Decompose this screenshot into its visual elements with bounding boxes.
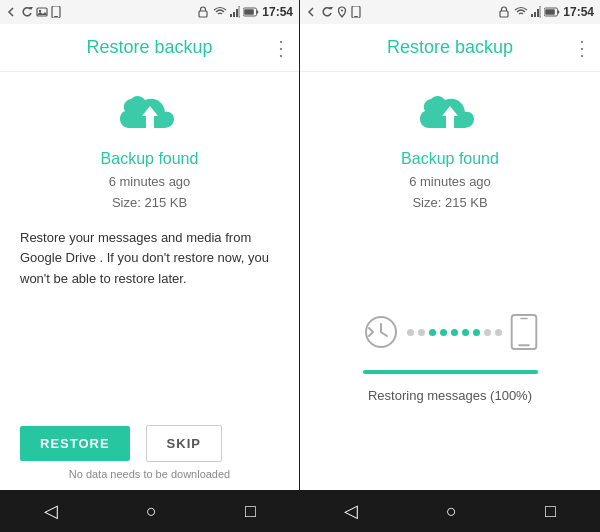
home-nav-left[interactable]: ○ bbox=[146, 501, 157, 522]
cloud-upload-icon bbox=[120, 92, 180, 142]
phone-status-icon bbox=[51, 6, 61, 18]
svg-rect-30 bbox=[520, 318, 528, 319]
svg-rect-25 bbox=[545, 9, 555, 15]
status-icons-right bbox=[306, 6, 361, 18]
progress-dot bbox=[473, 329, 480, 336]
svg-rect-8 bbox=[236, 9, 238, 17]
signal-icon-r bbox=[531, 6, 541, 18]
left-screen: 17:54 Restore backup ⋮ Backup found 6 mi… bbox=[0, 0, 300, 490]
svg-rect-22 bbox=[540, 6, 541, 17]
refresh-icon-status-r bbox=[321, 6, 333, 18]
right-screen: 17:54 Restore backup ⋮ Backup found 6 mi… bbox=[300, 0, 600, 490]
time-display-right: 17:54 bbox=[563, 5, 594, 19]
restoring-text: Restoring messages (100%) bbox=[368, 388, 532, 403]
history-icon bbox=[363, 314, 399, 350]
backup-time-left: 6 minutes ago bbox=[109, 172, 191, 193]
back-icon-status bbox=[6, 6, 18, 18]
svg-rect-29 bbox=[518, 345, 529, 347]
progress-bar-container bbox=[363, 370, 538, 374]
progress-dot bbox=[495, 329, 502, 336]
svg-rect-17 bbox=[354, 16, 358, 17]
progress-dot bbox=[451, 329, 458, 336]
backup-size-right: Size: 215 KB bbox=[409, 193, 491, 214]
location-icon-status-r bbox=[336, 6, 348, 18]
phone-status-icon-r bbox=[351, 6, 361, 18]
status-time-right: 17:54 bbox=[497, 5, 594, 19]
svg-point-15 bbox=[341, 10, 343, 12]
back-nav-right[interactable]: ◁ bbox=[344, 500, 358, 522]
progress-dot bbox=[462, 329, 469, 336]
wifi-icon-r bbox=[514, 6, 528, 18]
top-bar-left: Restore backup ⋮ bbox=[0, 24, 299, 72]
svg-rect-4 bbox=[54, 16, 58, 17]
progress-dot bbox=[484, 329, 491, 336]
recent-nav-left[interactable]: □ bbox=[245, 501, 256, 522]
svg-rect-12 bbox=[244, 9, 254, 15]
status-icons-left bbox=[6, 6, 61, 18]
signal-icon bbox=[230, 6, 240, 18]
battery-icon-r bbox=[544, 6, 560, 18]
battery-icon bbox=[243, 6, 259, 18]
lock-icon bbox=[196, 6, 210, 18]
progress-dot bbox=[440, 329, 447, 336]
status-bar-left: 17:54 bbox=[0, 0, 299, 24]
backup-size-left: Size: 215 KB bbox=[109, 193, 191, 214]
backup-found-label-left: Backup found bbox=[101, 150, 199, 168]
page-title-left: Restore backup bbox=[86, 37, 212, 58]
progress-dot bbox=[407, 329, 414, 336]
restore-description: Restore your messages and media from Goo… bbox=[20, 228, 279, 290]
cloud-upload-icon-right bbox=[420, 92, 480, 142]
nav-bar-right: ◁ ○ □ bbox=[300, 490, 600, 532]
svg-rect-11 bbox=[257, 10, 259, 13]
home-nav-right[interactable]: ○ bbox=[446, 501, 457, 522]
back-icon-status-r bbox=[306, 6, 318, 18]
restore-button[interactable]: RESTORE bbox=[20, 426, 130, 461]
svg-rect-19 bbox=[531, 14, 533, 17]
skip-button[interactable]: SKIP bbox=[146, 425, 222, 462]
menu-icon-left[interactable]: ⋮ bbox=[271, 36, 291, 60]
svg-rect-28 bbox=[511, 315, 536, 349]
progress-dot bbox=[429, 329, 436, 336]
svg-rect-21 bbox=[537, 9, 539, 17]
svg-rect-18 bbox=[500, 11, 508, 17]
backup-meta-right: 6 minutes ago Size: 215 KB bbox=[409, 172, 491, 214]
svg-rect-24 bbox=[558, 10, 560, 13]
progress-bar-fill bbox=[363, 370, 538, 374]
dots-progress bbox=[407, 329, 502, 336]
top-bar-right: Restore backup ⋮ bbox=[300, 24, 600, 72]
svg-rect-9 bbox=[239, 6, 240, 17]
status-bar-right: 17:54 bbox=[300, 0, 600, 24]
time-display: 17:54 bbox=[262, 5, 293, 19]
nav-bars: ◁ ○ □ ◁ ○ □ bbox=[0, 490, 600, 532]
svg-rect-20 bbox=[534, 12, 536, 17]
svg-point-2 bbox=[39, 10, 41, 12]
phone-icon bbox=[510, 314, 538, 350]
buttons-area: RESTORE SKIP bbox=[20, 409, 279, 468]
nav-bar-left: ◁ ○ □ bbox=[0, 490, 300, 532]
progress-area: Restoring messages (100%) bbox=[343, 228, 558, 490]
photo-icon-status bbox=[36, 6, 48, 18]
wifi-icon bbox=[213, 6, 227, 18]
backup-meta-left: 6 minutes ago Size: 215 KB bbox=[109, 172, 191, 214]
lock-icon-r bbox=[497, 6, 511, 18]
content-right: Backup found 6 minutes ago Size: 215 KB bbox=[300, 72, 600, 490]
back-nav-left[interactable]: ◁ bbox=[44, 500, 58, 522]
recent-nav-right[interactable]: □ bbox=[545, 501, 556, 522]
refresh-icon-status bbox=[21, 6, 33, 18]
status-time-left: 17:54 bbox=[196, 5, 293, 19]
backup-found-label-right: Backup found bbox=[401, 150, 499, 168]
menu-icon-right[interactable]: ⋮ bbox=[572, 36, 592, 60]
page-title-right: Restore backup bbox=[387, 37, 513, 58]
svg-rect-5 bbox=[199, 11, 207, 17]
progress-dot bbox=[418, 329, 425, 336]
svg-rect-6 bbox=[230, 14, 232, 17]
progress-visual bbox=[363, 314, 538, 350]
footer-note: No data needs to be downloaded bbox=[69, 468, 230, 490]
svg-rect-7 bbox=[233, 12, 235, 17]
backup-time-right: 6 minutes ago bbox=[409, 172, 491, 193]
content-left: Backup found 6 minutes ago Size: 215 KB … bbox=[0, 72, 299, 490]
